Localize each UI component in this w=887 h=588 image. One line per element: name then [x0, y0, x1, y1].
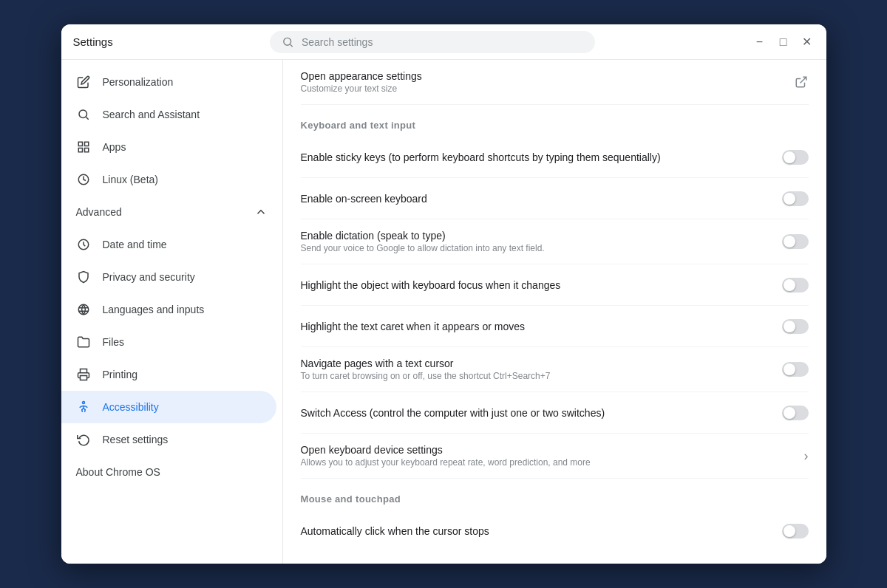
search-bar [270, 31, 595, 53]
grid-icon [76, 140, 91, 154]
search-sidebar-icon [76, 107, 91, 122]
sidebar-item-search[interactable]: Search and Assistant [61, 98, 276, 131]
printer-icon [76, 367, 91, 382]
sidebar-item-search-label: Search and Assistant [103, 109, 200, 120]
highlight-caret-toggle[interactable] [782, 319, 809, 334]
sidebar-item-languages[interactable]: Languages and inputs [61, 293, 276, 326]
chevron-right-icon: › [804, 448, 809, 464]
body: Personalization Search and Assistant [61, 60, 826, 564]
sidebar-item-reset-label: Reset settings [103, 434, 169, 445]
svg-line-3 [86, 117, 88, 119]
sidebar-item-printing[interactable]: Printing [61, 358, 276, 391]
svg-rect-6 [78, 148, 82, 152]
clock-icon [76, 237, 91, 252]
sidebar-item-privacy[interactable]: Privacy and security [61, 261, 276, 293]
svg-point-10 [78, 304, 89, 315]
auto-click-label: Automatically click when the cursor stop… [301, 525, 764, 537]
dictation-desc: Send your voice to Google to allow dicta… [301, 243, 764, 253]
sticky-keys-toggle[interactable] [782, 150, 809, 165]
folder-icon [76, 335, 91, 349]
switch-access-toggle[interactable] [782, 406, 809, 420]
navigate-pages-desc: To turn caret browsing on or off, use th… [301, 371, 764, 381]
highlight-object-toggle[interactable] [782, 278, 809, 293]
keyboard-device-label: Open keyboard device settings [301, 444, 786, 456]
advanced-label: Advanced [76, 206, 122, 218]
sidebar-item-personalization[interactable]: Personalization [61, 66, 276, 98]
sidebar-item-files[interactable]: Files [61, 326, 276, 358]
onscreen-keyboard-toggle[interactable] [782, 191, 809, 206]
auto-click-row: Automatically click when the cursor stop… [301, 510, 809, 552]
sidebar-item-linux-label: Linux (Beta) [103, 174, 158, 185]
appearance-label: Open appearance settings [301, 70, 422, 82]
highlight-object-label: Highlight the object with keyboard focus… [301, 279, 764, 291]
settings-window: Settings − □ ✕ [61, 24, 826, 564]
sidebar-item-date[interactable]: Date and time [61, 228, 276, 261]
switch-access-row: Switch Access (control the computer with… [301, 392, 809, 434]
sidebar-item-about[interactable]: About Chrome OS [61, 456, 276, 488]
open-external-icon[interactable] [794, 75, 809, 89]
close-button[interactable]: ✕ [800, 35, 815, 49]
navigate-pages-label: Navigate pages with a text cursor [301, 358, 764, 369]
shield-icon [76, 270, 91, 284]
sticky-keys-row: Enable sticky keys (to perform keyboard … [301, 137, 809, 178]
titlebar: Settings − □ ✕ [61, 24, 826, 60]
svg-point-2 [79, 110, 87, 118]
sidebar-item-printing-label: Printing [103, 369, 137, 380]
keyboard-section-title: Keyboard and text input [301, 105, 809, 137]
sidebar-item-privacy-label: Privacy and security [103, 271, 195, 283]
window-controls: − □ ✕ [752, 35, 815, 49]
svg-point-14 [82, 402, 84, 404]
advanced-section-header[interactable]: Advanced [61, 196, 282, 228]
dictation-label: Enable dictation (speak to type) [301, 230, 764, 242]
highlight-object-row: Highlight the object with keyboard focus… [301, 264, 809, 306]
svg-rect-7 [84, 148, 88, 152]
navigate-pages-toggle[interactable] [782, 362, 809, 377]
sidebar-item-date-label: Date and time [103, 239, 167, 250]
appearance-sublabel: Customize your text size [301, 83, 422, 94]
search-icon [282, 35, 294, 49]
sidebar: Personalization Search and Assistant [61, 60, 283, 564]
minimize-button[interactable]: − [752, 35, 767, 49]
svg-rect-5 [84, 142, 88, 146]
sidebar-item-about-label: About Chrome OS [76, 466, 160, 478]
accessibility-icon [76, 400, 91, 414]
auto-click-toggle[interactable] [782, 524, 809, 539]
highlight-caret-label: Highlight the text caret when it appears… [301, 321, 764, 332]
window-title: Settings [73, 35, 113, 48]
appearance-row: Open appearance settings Customize your … [301, 60, 809, 105]
svg-line-15 [800, 77, 806, 83]
navigate-pages-row: Navigate pages with a text cursor To tur… [301, 347, 809, 392]
svg-point-0 [284, 38, 291, 45]
dictation-toggle[interactable] [782, 234, 809, 249]
sidebar-item-languages-label: Languages and inputs [103, 304, 205, 315]
sticky-keys-label: Enable sticky keys (to perform keyboard … [301, 151, 764, 163]
highlight-caret-row: Highlight the text caret when it appears… [301, 306, 809, 347]
main-content: Open appearance settings Customize your … [283, 60, 826, 564]
svg-rect-13 [80, 376, 86, 380]
sidebar-item-files-label: Files [103, 336, 125, 348]
globe-icon [76, 302, 91, 317]
sidebar-item-accessibility[interactable]: Accessibility [61, 391, 276, 423]
sidebar-item-linux[interactable]: Linux (Beta) [61, 163, 276, 196]
keyboard-device-desc: Allows you to adjust your keyboard repea… [301, 457, 786, 468]
maximize-button[interactable]: □ [776, 35, 791, 49]
sidebar-item-personalization-label: Personalization [103, 76, 174, 88]
mouse-section-title: Mouse and touchpad [301, 479, 809, 510]
sidebar-item-accessibility-label: Accessibility [103, 401, 159, 413]
switch-access-label: Switch Access (control the computer with… [301, 407, 764, 419]
chevron-up-icon [254, 205, 268, 219]
sidebar-item-reset[interactable]: Reset settings [61, 423, 276, 456]
keyboard-device-row[interactable]: Open keyboard device settings Allows you… [301, 434, 809, 479]
sidebar-item-apps[interactable]: Apps [61, 131, 276, 163]
search-input[interactable] [302, 36, 583, 48]
onscreen-keyboard-row: Enable on-screen keyboard [301, 178, 809, 219]
sidebar-item-apps-label: Apps [103, 141, 126, 153]
svg-line-1 [290, 44, 293, 47]
pencil-icon [76, 75, 91, 89]
advanced-subsection: Date and time Privacy and security [61, 228, 282, 456]
refresh-icon [76, 432, 91, 447]
dictation-row: Enable dictation (speak to type) Send yo… [301, 219, 809, 264]
svg-rect-4 [78, 142, 82, 146]
linux-icon [76, 172, 91, 187]
onscreen-keyboard-label: Enable on-screen keyboard [301, 193, 764, 205]
